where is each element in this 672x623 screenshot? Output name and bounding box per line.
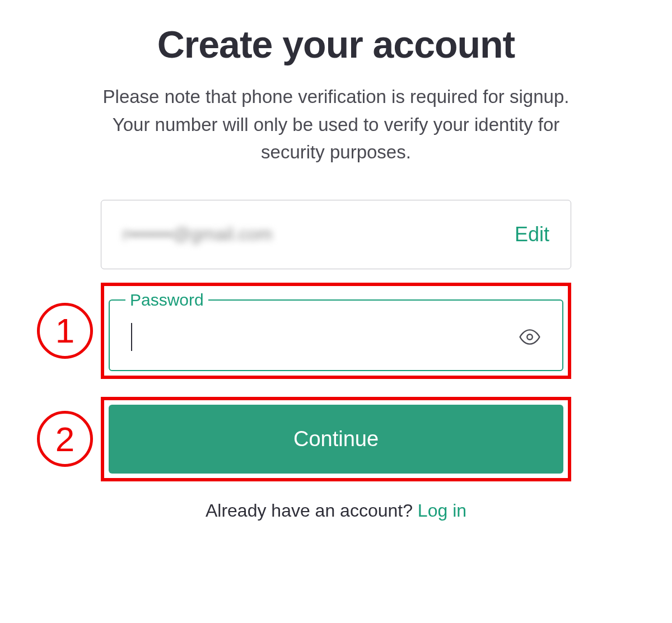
password-label: Password [125, 291, 208, 310]
password-highlight-box: 1 Password [101, 283, 571, 379]
password-input-row [110, 310, 562, 370]
annotation-badge-1: 1 [37, 303, 93, 359]
show-password-icon[interactable] [519, 326, 541, 348]
password-input[interactable] [132, 324, 519, 349]
footer-text: Already have an account? Log in [101, 500, 571, 521]
email-display-field: r•••••••@gmail.com Edit [101, 200, 571, 269]
edit-email-link[interactable]: Edit [515, 223, 549, 246]
email-value: r•••••••@gmail.com [123, 224, 272, 245]
continue-button[interactable]: Continue [109, 405, 563, 474]
annotation-badge-2: 2 [37, 411, 93, 467]
login-link[interactable]: Log in [418, 500, 466, 521]
page-subtitle: Please note that phone verification is r… [101, 83, 571, 166]
svg-point-0 [527, 334, 533, 340]
password-fieldset: Password [109, 291, 563, 371]
signup-form-container: Create your account Please note that pho… [0, 0, 672, 521]
footer-prompt: Already have an account? [206, 500, 418, 521]
page-title: Create your account [101, 22, 571, 66]
continue-highlight-box: 2 Continue [101, 397, 571, 481]
